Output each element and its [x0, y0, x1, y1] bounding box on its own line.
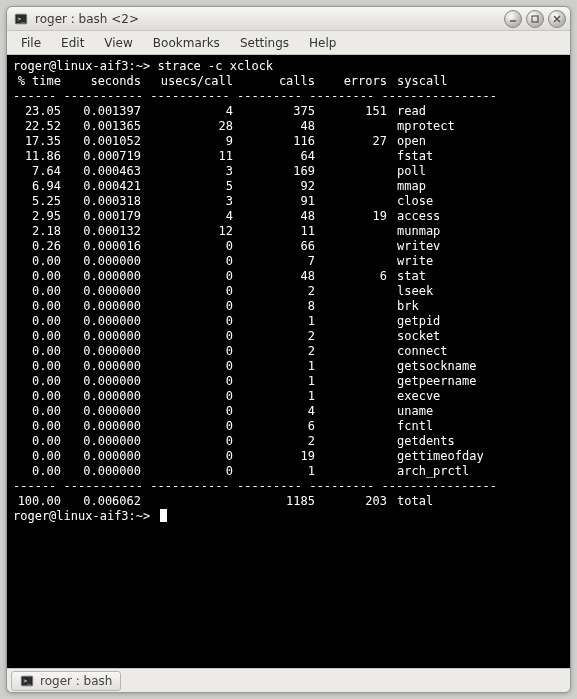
table-row: 0.000.00000008brk — [13, 299, 564, 314]
table-row: 22.520.0013652848mprotect — [13, 119, 564, 134]
menu-file[interactable]: File — [13, 34, 49, 52]
table-divider: ------ ----------- ----------- ---------… — [13, 479, 564, 494]
shell-prompt: roger@linux-aif3:~> — [13, 59, 158, 74]
table-row: 0.000.00000001execve — [13, 389, 564, 404]
table-row: 17.350.001052911627open — [13, 134, 564, 149]
table-row: 0.000.00000002connect — [13, 344, 564, 359]
table-row: 11.860.0007191164fstat — [13, 149, 564, 164]
svg-rect-3 — [532, 16, 538, 22]
menu-settings[interactable]: Settings — [232, 34, 297, 52]
menu-help[interactable]: Help — [301, 34, 344, 52]
menubar: File Edit View Bookmarks Settings Help — [7, 31, 570, 55]
terminal-window: >_ roger : bash <2> File Edit View Bookm… — [6, 6, 571, 693]
menu-edit[interactable]: Edit — [53, 34, 92, 52]
svg-text:>_: >_ — [18, 14, 26, 22]
table-row: 2.180.0001321211munmap — [13, 224, 564, 239]
prompt-line: roger@linux-aif3:~> strace -c xclock — [13, 59, 564, 74]
session-tab-label: roger : bash — [40, 674, 112, 688]
table-row: 0.000.00000006fcntl — [13, 419, 564, 434]
table-row: 0.000.00000001getpeername — [13, 374, 564, 389]
menu-view[interactable]: View — [96, 34, 140, 52]
entered-command: strace -c xclock — [158, 59, 274, 74]
shell-prompt: roger@linux-aif3:~> — [13, 509, 158, 524]
close-button[interactable] — [548, 10, 566, 28]
titlebar[interactable]: >_ roger : bash <2> — [7, 7, 570, 31]
table-row: 6.940.000421592mmap — [13, 179, 564, 194]
table-row: 100.000.0060621185203total — [13, 494, 564, 509]
table-row: 5.250.000318391close — [13, 194, 564, 209]
cursor — [160, 509, 167, 522]
menu-bookmarks[interactable]: Bookmarks — [145, 34, 228, 52]
table-divider: ------ ----------- ----------- ---------… — [13, 89, 564, 104]
table-header: % timesecondsusecs/callcallserrorssyscal… — [13, 74, 564, 89]
maximize-button[interactable] — [526, 10, 544, 28]
table-row: 0.000.00000002socket — [13, 329, 564, 344]
table-row: 0.000.000000019gettimeofday — [13, 449, 564, 464]
window-title: roger : bash <2> — [35, 12, 139, 26]
statusbar: >_ roger : bash — [7, 668, 570, 692]
table-row: 0.000.00000001arch_prctl — [13, 464, 564, 479]
table-row: 0.000.00000004uname — [13, 404, 564, 419]
table-row: 0.260.000016066writev — [13, 239, 564, 254]
table-row: 0.000.00000007write — [13, 254, 564, 269]
terminal-app-icon: >_ — [13, 11, 29, 27]
window-buttons — [504, 10, 566, 28]
table-row: 0.000.00000002lseek — [13, 284, 564, 299]
svg-text:>_: >_ — [24, 676, 32, 684]
table-row: 2.950.00017944819access — [13, 209, 564, 224]
table-row: 23.050.0013974375151read — [13, 104, 564, 119]
table-row: 0.000.00000002getdents — [13, 434, 564, 449]
table-row: 0.000.00000001getpid — [13, 314, 564, 329]
minimize-button[interactable] — [504, 10, 522, 28]
table-row: 7.640.0004633169poll — [13, 164, 564, 179]
prompt-line: roger@linux-aif3:~> — [13, 509, 564, 524]
table-row: 0.000.0000000486stat — [13, 269, 564, 284]
terminal-tab-icon: >_ — [20, 674, 34, 688]
session-tab[interactable]: >_ roger : bash — [11, 671, 121, 691]
table-row: 0.000.00000001getsockname — [13, 359, 564, 374]
terminal-content[interactable]: roger@linux-aif3:~> strace -c xclock% ti… — [7, 55, 570, 668]
